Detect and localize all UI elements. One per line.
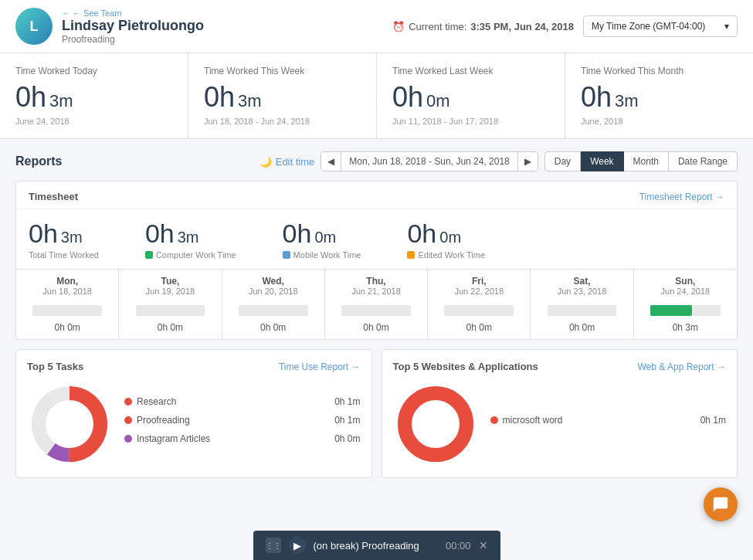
day-bar-bg-fri (444, 305, 514, 316)
reports-header: Reports 🌙 Edit time ◀ Mon, Jun 18, 2018 … (15, 151, 738, 171)
user-role: Proofreading (62, 34, 204, 45)
task-row-proofreading: Proofreading 0h 1m (124, 415, 361, 426)
top-tasks-content: Research 0h 1m Proofreading 0h 1m (27, 382, 361, 467)
stat-minutes-today: 3m (49, 91, 73, 111)
stat-minutes-lastweek: 0m (426, 91, 450, 111)
timezone-value: My Time Zone (GMT-04:00) (592, 21, 705, 32)
ts-mobile: 0h 0m Mobile Work Time (283, 219, 361, 260)
timesheet-report-link[interactable]: Timesheet Report → (639, 192, 724, 202)
ts-total-label: Total Time Worked (29, 250, 99, 260)
date-navigator: ◀ Mon, Jun 18, 2018 - Sun, Jun 24, 2018 … (321, 151, 538, 171)
ts-total-minutes: 3m (61, 229, 83, 246)
time-use-report-link[interactable]: Time Use Report → (279, 361, 361, 372)
day-bar-bg-mon (32, 305, 102, 316)
day-bar-bg-sat (548, 305, 617, 316)
ts-computer-hours: 0h (145, 219, 175, 249)
day-time-thu: 0h 0m (333, 322, 419, 333)
stat-label-week: Time Worked This Week (204, 66, 361, 76)
day-view-button[interactable]: Day (544, 151, 581, 171)
stat-hours-week: 0h (204, 81, 235, 114)
day-date-tue: Jun 19, 2018 (127, 287, 213, 296)
stat-label-today: Time Worked Today (15, 66, 172, 76)
see-team-link[interactable]: ← ← See Team (62, 8, 204, 18)
day-date-sat: Jun 23, 2018 (538, 287, 625, 296)
task-time-research: 0h 1m (334, 396, 360, 407)
header: L ← ← See Team Lindsay Pietroluongo Proo… (0, 0, 753, 53)
day-name-sat: Sat, (538, 276, 625, 287)
user-info: ← ← See Team Lindsay Pietroluongo Proofr… (62, 8, 204, 45)
day-col-thu: Thu, Jun 21, 2018 0h 0m (325, 270, 428, 339)
reports-title: Reports (15, 154, 62, 168)
chevron-down-icon: ▾ (724, 21, 729, 32)
prev-date-button[interactable]: ◀ (321, 152, 341, 171)
task-name-proofreading: Proofreading (137, 415, 190, 426)
mobile-dot (283, 251, 290, 259)
arrow-left-icon: ← (62, 8, 70, 18)
day-time-fri: 0h 0m (436, 322, 522, 333)
day-bar-bg-wed (239, 305, 308, 316)
stat-hours-today: 0h (15, 81, 46, 114)
ts-edited-hours: 0h (407, 219, 436, 249)
day-bar-wed (230, 302, 317, 319)
task-row-instagram: Instagram Articles 0h 0m (124, 433, 361, 444)
tasks-donut-chart (27, 382, 112, 467)
day-name-sun: Sun, (642, 276, 729, 287)
ts-computer-minutes: 3m (178, 229, 199, 246)
ts-edited-value: 0h 0m (407, 219, 485, 249)
day-date-mon: Jun 18, 2018 (24, 287, 110, 296)
web-app-report-link[interactable]: Web & App Report → (637, 361, 726, 372)
stat-label-lastweek: Time Worked Last Week (392, 66, 549, 76)
day-bar-sat (538, 302, 625, 319)
stat-date-week: Jun 18, 2018 - Jun 24, 2018 (204, 117, 361, 126)
stat-date-today: June 24, 2018 (15, 117, 172, 126)
computer-dot (145, 251, 153, 259)
reports-section: Reports 🌙 Edit time ◀ Mon, Jun 18, 2018 … (0, 139, 753, 478)
day-col-sat: Sat, Jun 23, 2018 0h 0m (531, 270, 633, 339)
day-name-mon: Mon, (24, 276, 110, 287)
ts-computer-label: Computer Work Time (145, 250, 236, 260)
date-range-label: Mon, Jun 18, 2018 - Sun, Jun 24, 2018 (341, 152, 517, 171)
week-view-button[interactable]: Week (581, 151, 623, 171)
avatar: L (15, 8, 53, 45)
ts-computer-value: 0h 3m (145, 219, 236, 249)
top-tasks-card: Top 5 Tasks Time Use Report → (15, 349, 372, 478)
svg-point-6 (414, 402, 457, 446)
top-tasks-title: Top 5 Tasks (27, 361, 83, 372)
day-time-sun: 0h 3m (642, 322, 729, 333)
date-range-button[interactable]: Date Range (669, 151, 738, 171)
timesheet-header: Timesheet Timesheet Report → (16, 182, 737, 209)
next-date-button[interactable]: ▶ (518, 152, 538, 171)
day-time-sat: 0h 0m (538, 322, 625, 333)
day-col-sun: Sun, Jun 24, 2018 0h 3m (634, 270, 737, 339)
websites-donut-svg (393, 382, 478, 467)
timezone-selector[interactable]: My Time Zone (GMT-04:00) ▾ (583, 15, 738, 37)
task-time-proofreading: 0h 1m (334, 415, 360, 426)
stat-value-month: 0h 3m (581, 81, 738, 114)
ts-mobile-value: 0h 0m (283, 219, 361, 249)
day-col-mon: Mon, Jun 18, 2018 0h 0m (16, 270, 119, 339)
tasks-list: Research 0h 1m Proofreading 0h 1m (124, 396, 361, 452)
day-time-mon: 0h 0m (24, 322, 110, 333)
stat-value-today: 0h 3m (15, 81, 172, 114)
ts-mobile-minutes: 0m (314, 229, 336, 246)
header-left: L ← ← See Team Lindsay Pietroluongo Proo… (15, 8, 204, 45)
stat-card-today: Time Worked Today 0h 3m June 24, 2018 (0, 53, 188, 138)
site-name-msword: microsoft word (503, 415, 563, 426)
day-name-thu: Thu, (333, 276, 419, 287)
ts-edited-label: Edited Work Time (407, 250, 485, 260)
site-dot-msword (490, 416, 498, 424)
edit-time-button[interactable]: 🌙 Edit time (259, 156, 315, 168)
stat-date-month: June, 2018 (581, 117, 738, 126)
ts-total: 0h 3m Total Time Worked (29, 219, 99, 260)
stat-date-lastweek: Jun 11, 2018 - Jun 17, 2018 (392, 117, 549, 126)
moon-icon: 🌙 (259, 156, 272, 168)
month-view-button[interactable]: Month (624, 151, 669, 171)
svg-point-3 (48, 402, 91, 446)
current-time-value: 3:35 PM, Jun 24, 2018 (470, 21, 574, 32)
day-bar-bg-sun (650, 305, 721, 316)
edit-time-label: Edit time (276, 156, 315, 168)
ts-total-value: 0h 3m (29, 219, 99, 249)
day-bar-fri (436, 302, 522, 319)
tasks-donut-svg (27, 382, 112, 467)
stat-hours-lastweek: 0h (392, 81, 423, 114)
